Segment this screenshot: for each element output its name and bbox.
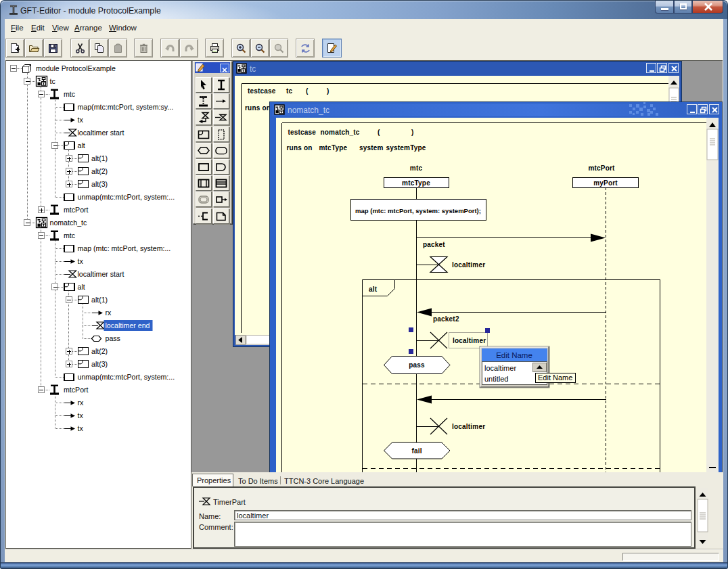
svg-text:module ProtocolExample: module ProtocolExample [36,64,116,72]
svg-text:runs on: runs on [287,144,313,152]
svg-text:tx: tx [78,411,84,419]
svg-text:alt: alt [78,283,85,291]
svg-text:map(mtc:mtcPort, system:sy...: map(mtc:mtcPort, system:sy... [78,103,174,111]
svg-text:tc: tc [50,77,56,85]
svg-text:Edit Name: Edit Name [496,351,532,359]
svg-text:alt(2): alt(2) [91,167,108,175]
svg-text:localtimer start: localtimer start [78,129,124,137]
svg-text:tx: tx [78,424,84,432]
svg-text:system: system [359,144,384,152]
svg-text:fail: fail [411,447,422,455]
svg-text:unmap(mtc:mtcPort, system:...: unmap(mtc:mtcPort, system:... [78,373,175,381]
svg-text:pass: pass [409,361,425,369]
svg-text:packet2: packet2 [433,315,459,323]
svg-text:alt(2): alt(2) [91,347,108,355]
svg-text:nomatch_tc: nomatch_tc [321,129,360,136]
svg-text:rx: rx [78,399,85,407]
svg-text:Edit Name: Edit Name [538,373,572,382]
svg-text:(: ( [378,129,380,136]
svg-text:mtcPort: mtcPort [64,386,89,394]
svg-text:localtimer: localtimer [452,423,485,430]
svg-text:map (mtc: mtcPort, system:...: map (mtc: mtcPort, system:... [78,244,171,252]
svg-text:mtcType: mtcType [402,179,430,187]
svg-text:localtimer: localtimer [452,261,485,269]
svg-text:localtimer: localtimer [484,364,516,372]
svg-text:packet: packet [423,241,445,248]
svg-text:localtimer start: localtimer start [78,270,124,278]
svg-text:alt(3): alt(3) [91,180,108,188]
svg-text:mtcPort: mtcPort [588,164,615,172]
svg-text:tx: tx [78,257,84,265]
svg-text:(: ( [306,87,309,95]
svg-text:): ) [411,129,414,136]
svg-text:): ) [327,87,329,95]
svg-text:tc: tc [286,87,293,95]
svg-text:tx: tx [78,116,84,124]
svg-text:runs on: runs on [245,104,271,112]
svg-text:localtimer end: localtimer end [106,321,150,329]
svg-text:mtcPort: mtcPort [64,206,89,214]
svg-text:mtc: mtc [64,90,76,98]
svg-text:mtc: mtc [410,164,423,172]
svg-text:testcase: testcase [288,129,317,136]
svg-text:testcase: testcase [248,87,276,95]
svg-text:myPort: myPort [593,179,618,187]
svg-text:alt(3): alt(3) [91,360,108,368]
svg-text:localtimer: localtimer [453,337,486,344]
svg-text:systemType: systemType [386,144,426,152]
svg-text:alt(1): alt(1) [91,154,108,162]
svg-text:mtc: mtc [64,231,76,240]
svg-text:map (mtc: mtcPort, system: sys: map (mtc: mtcPort, system: systemPort); [355,207,481,214]
svg-text:alt(1): alt(1) [91,296,108,304]
svg-text:alt: alt [78,141,85,150]
svg-text:mtcType: mtcType [319,144,348,152]
svg-text:unmap(mtc:mtcPort, system:...: unmap(mtc:mtcPort, system:... [78,193,175,201]
svg-text:untitled: untitled [484,375,508,383]
svg-text:nomatch_tc: nomatch_tc [50,219,87,227]
svg-text:pass: pass [106,334,120,342]
svg-text:alt: alt [369,286,378,293]
svg-text:rx: rx [106,309,112,317]
